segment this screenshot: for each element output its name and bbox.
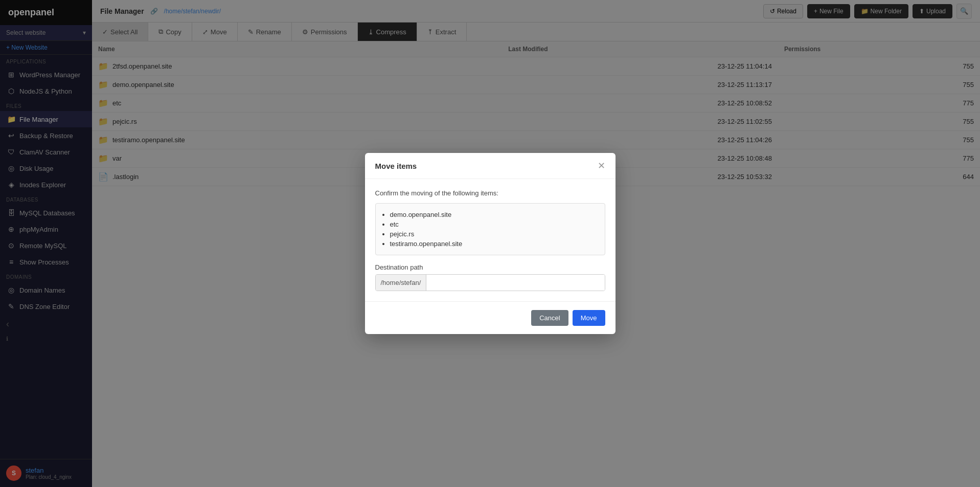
destination-path-label: Destination path [375, 263, 605, 271]
destination-path-input-container: /home/stefan/ [375, 274, 605, 291]
modal-footer: Cancel Move [365, 301, 616, 334]
modal-description: Confirm the moving of the following item… [375, 189, 605, 197]
move-confirm-button[interactable]: Move [573, 310, 605, 326]
modal-items-list: demo.openpanel.siteetcpejcic.rstestiramo… [375, 203, 605, 255]
path-prefix: /home/stefan/ [376, 275, 427, 291]
modal-header: Move items ✕ [365, 153, 616, 179]
move-items-modal: Move items ✕ Confirm the moving of the f… [365, 153, 616, 334]
modal-close-button[interactable]: ✕ [598, 161, 605, 170]
modal-list-item: testiramo.openpanel.site [390, 239, 597, 249]
modal-list-item: etc [390, 219, 597, 229]
cancel-button[interactable]: Cancel [531, 310, 568, 326]
modal-list-item: pejcic.rs [390, 229, 597, 239]
destination-path-input[interactable] [426, 275, 604, 291]
modal-title: Move items [375, 162, 417, 170]
modal-overlay: Move items ✕ Confirm the moving of the f… [0, 0, 980, 487]
modal-list-item: demo.openpanel.site [390, 210, 597, 219]
modal-body: Confirm the moving of the following item… [365, 179, 616, 301]
